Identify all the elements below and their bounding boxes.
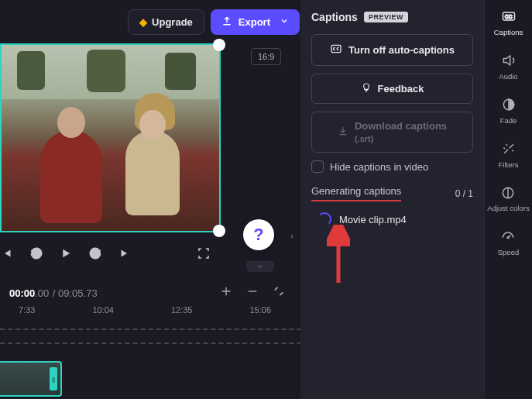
upgrade-button[interactable]: ◆ Upgrade: [128, 9, 204, 35]
video-thumbnail: [2, 45, 219, 231]
feedback-button[interactable]: Feedback: [311, 74, 473, 104]
video-preview[interactable]: [0, 43, 221, 232]
chevron-down-icon: [280, 16, 289, 28]
svg-point-7: [508, 237, 510, 239]
clip-trim-handle[interactable]: ||: [50, 367, 57, 390]
cc-icon: CC: [500, 8, 517, 25]
diamond-icon: ◆: [139, 16, 147, 28]
ruler-tick: 10:04: [92, 305, 114, 315]
spinner-icon: [317, 212, 331, 226]
caption-file-row: Movie clip.mp4: [311, 212, 473, 226]
rail-adjust-colors[interactable]: Adjust colors: [487, 184, 529, 212]
resize-handle-br[interactable]: [213, 225, 225, 237]
generating-count: 0 / 1: [455, 188, 473, 199]
expand-timeline-handle[interactable]: [246, 261, 274, 272]
upgrade-label: Upgrade: [152, 16, 193, 28]
rail-speed[interactable]: Speed: [498, 228, 519, 256]
download-icon: [338, 126, 348, 139]
svg-text:5: 5: [34, 251, 37, 256]
caption-file-name: Movie clip.mp4: [339, 214, 407, 225]
captions-panel: Captions PREVIEW Turn off auto-captions …: [300, 0, 484, 399]
filters-icon: [500, 140, 517, 157]
time-display: 00:00.00 / 09:05.73: [9, 286, 98, 300]
generating-captions-label: Generating captions: [311, 185, 401, 201]
rewind-5-icon[interactable]: 5: [29, 246, 43, 263]
fade-icon: [500, 96, 517, 113]
svg-text:5: 5: [93, 251, 96, 256]
time-total: 09:05: [58, 287, 84, 299]
forward-5-icon[interactable]: 5: [88, 246, 102, 263]
ruler-tick: 7:33: [19, 305, 35, 315]
timeline-ruler[interactable]: 7:33 10:04 12:35 15:06 17:3: [0, 305, 333, 315]
ruler-tick: 15:06: [249, 305, 271, 315]
transport-controls: 5 5: [0, 240, 132, 270]
svg-text:CC: CC: [505, 14, 513, 19]
play-icon[interactable]: [59, 246, 73, 263]
download-captions-button[interactable]: Download captions (.srt): [311, 112, 473, 153]
download-label: Download captions: [355, 120, 447, 132]
export-label: Export: [239, 16, 270, 28]
adjust-colors-icon: [499, 184, 517, 201]
rail-captions[interactable]: CC Captions: [494, 8, 523, 36]
hide-captions-checkbox[interactable]: [311, 160, 324, 173]
question-icon: ?: [253, 225, 263, 245]
add-icon[interactable]: [220, 285, 232, 301]
right-rail: CC Captions Audio Fade Filters Adjust co…: [484, 0, 532, 399]
speaker-icon: [500, 52, 517, 69]
turn-off-label: Turn off auto-captions: [348, 44, 455, 56]
rail-filters[interactable]: Filters: [499, 140, 519, 169]
skip-start-icon[interactable]: [0, 246, 14, 263]
hide-captions-label: Hide captions in video: [330, 161, 428, 173]
captions-cc-icon: [330, 43, 342, 57]
speed-icon: [499, 228, 517, 245]
turn-off-auto-captions-button[interactable]: Turn off auto-captions: [311, 34, 473, 66]
rail-captions-label: Captions: [494, 28, 523, 36]
rail-audio-label: Audio: [499, 72, 517, 81]
rail-adjust-label: Adjust colors: [487, 205, 529, 212]
timeline-clip[interactable]: ||: [0, 361, 62, 397]
help-button[interactable]: ?: [243, 219, 274, 250]
resize-handle-tr[interactable]: [213, 39, 225, 51]
upload-icon: [221, 15, 232, 29]
panel-collapse-handle[interactable]: [287, 229, 297, 244]
captions-panel-title: Captions: [311, 11, 358, 23]
rail-fade[interactable]: Fade: [500, 96, 517, 125]
fullscreen-icon[interactable]: [197, 246, 211, 263]
timeline-header: 00:00.00 / 09:05.73: [0, 277, 294, 308]
ruler-tick: 12:35: [171, 305, 193, 315]
lightbulb-icon: [361, 82, 372, 95]
time-current: 00:00: [9, 287, 35, 299]
rail-fade-label: Fade: [500, 116, 517, 125]
minus-icon[interactable]: [246, 285, 259, 301]
feedback-label: Feedback: [378, 83, 424, 95]
download-sub: (.srt): [355, 134, 373, 143]
rail-filters-label: Filters: [499, 160, 519, 169]
aspect-ratio-button[interactable]: 16:9: [251, 48, 281, 65]
timeline-track-empty[interactable]: [0, 328, 333, 344]
fit-icon[interactable]: [273, 285, 285, 301]
rail-audio[interactable]: Audio: [499, 52, 517, 81]
rail-speed-label: Speed: [498, 248, 519, 256]
svg-rect-2: [331, 45, 341, 52]
preview-badge: PREVIEW: [364, 12, 408, 22]
hide-captions-checkbox-row[interactable]: Hide captions in video: [311, 160, 473, 173]
export-button[interactable]: Export: [211, 9, 300, 35]
skip-end-icon[interactable]: [118, 246, 132, 263]
